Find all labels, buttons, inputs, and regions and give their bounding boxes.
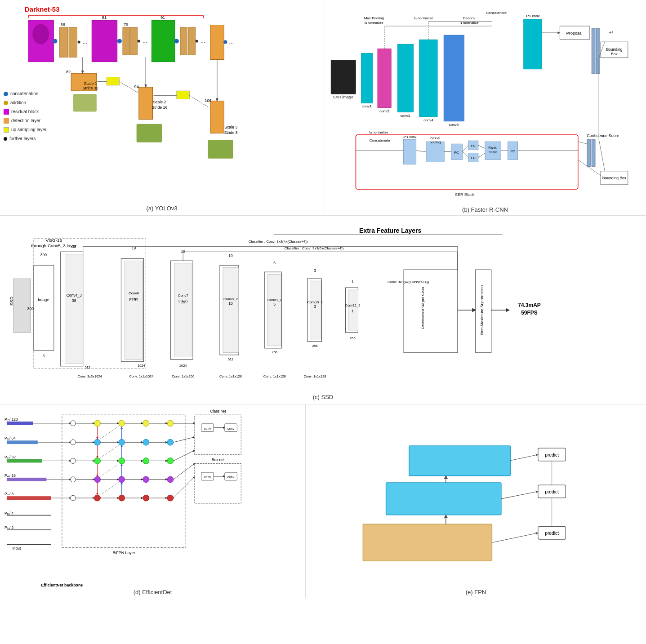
svg-text:Box: Box bbox=[611, 52, 618, 57]
svg-line-286 bbox=[174, 477, 195, 498]
svg-text:38: 38 bbox=[72, 244, 76, 249]
svg-rect-42 bbox=[208, 140, 233, 159]
svg-line-122 bbox=[578, 142, 587, 144]
svg-rect-92 bbox=[403, 139, 416, 164]
svg-rect-308 bbox=[409, 446, 511, 476]
svg-rect-65 bbox=[444, 35, 464, 121]
svg-text:106: 106 bbox=[205, 98, 211, 103]
svg-line-285 bbox=[174, 463, 195, 479]
svg-text:P₁ / 2: P₁ / 2 bbox=[4, 525, 14, 530]
svg-point-243 bbox=[143, 476, 149, 483]
svg-text:Deconv: Deconv bbox=[463, 16, 475, 20]
svg-text:Conv10_2: Conv10_2 bbox=[307, 300, 323, 304]
svg-rect-118 bbox=[587, 139, 591, 167]
svg-text:19: 19 bbox=[132, 246, 136, 250]
svg-point-3 bbox=[53, 39, 57, 43]
svg-text:Conv: 3x3x1024: Conv: 3x3x1024 bbox=[78, 374, 102, 378]
svg-text:Class net: Class net bbox=[210, 409, 227, 413]
svg-rect-94 bbox=[426, 142, 444, 162]
svg-text:Stride 8: Stride 8 bbox=[224, 130, 238, 135]
svg-text:pooling: pooling bbox=[430, 140, 441, 144]
svg-point-227 bbox=[71, 458, 76, 464]
svg-rect-177 bbox=[310, 281, 321, 339]
svg-text:1: 1 bbox=[352, 280, 354, 284]
svg-point-239 bbox=[119, 495, 125, 501]
yolo-diagram: 36 ... 61 79 ... 91 bbox=[0, 13, 324, 202]
svg-point-241 bbox=[143, 439, 149, 445]
svg-text:conv2: conv2 bbox=[379, 109, 389, 113]
svg-text:Confidence Score: Confidence Score bbox=[587, 133, 619, 138]
svg-rect-163 bbox=[223, 267, 239, 353]
svg-text:Classifier : Conv: 3x3(6x(Clas: Classifier : Conv: 3x3(6x(Classes+4)) bbox=[285, 246, 344, 250]
svg-rect-54 bbox=[331, 60, 356, 94]
svg-rect-132 bbox=[13, 279, 31, 333]
svg-point-233 bbox=[94, 476, 101, 483]
svg-rect-13 bbox=[123, 27, 129, 55]
svg-rect-11 bbox=[92, 20, 117, 62]
svg-text:300: 300 bbox=[27, 306, 34, 311]
svg-text:Bounding: Bounding bbox=[606, 47, 622, 52]
svg-rect-215 bbox=[7, 496, 51, 500]
svg-text:Conv: 1x1x128: Conv: 1x1x128 bbox=[219, 374, 242, 378]
fpn-diagram: predict predict predict bbox=[310, 409, 642, 593]
svg-text:Rank,: Rank, bbox=[488, 146, 497, 150]
svg-line-113 bbox=[478, 145, 485, 148]
svg-point-230 bbox=[94, 420, 101, 426]
svg-point-7 bbox=[78, 40, 80, 43]
svg-text:l₂ normalize: l₂ normalize bbox=[460, 21, 479, 25]
svg-rect-88 bbox=[356, 135, 578, 189]
svg-line-111 bbox=[463, 145, 468, 151]
svg-rect-32 bbox=[73, 94, 96, 111]
svg-text:conv3: conv3 bbox=[401, 114, 410, 118]
svg-text:Concatenate: Concatenate bbox=[370, 138, 390, 142]
svg-text:5: 5 bbox=[273, 261, 276, 265]
svg-line-278 bbox=[100, 426, 118, 439]
svg-text:36: 36 bbox=[61, 22, 65, 27]
ssd-label: (c) SSD bbox=[313, 394, 334, 400]
svg-text:Concatenate: Concatenate bbox=[486, 11, 507, 15]
svg-text:1*1 conv: 1*1 conv bbox=[526, 14, 539, 18]
svg-point-226 bbox=[71, 440, 76, 445]
svg-text:l₂ normalize: l₂ normalize bbox=[365, 21, 383, 25]
svg-point-235 bbox=[119, 420, 125, 426]
svg-text:...: ... bbox=[229, 39, 234, 45]
svg-text:3: 3 bbox=[314, 304, 316, 309]
svg-text:P₇ / 128: P₇ / 128 bbox=[4, 417, 18, 422]
svg-text:Extra Feature Layers: Extra Feature Layers bbox=[359, 227, 421, 234]
svg-rect-147 bbox=[125, 261, 143, 360]
svg-text:Stride 32: Stride 32 bbox=[83, 86, 98, 90]
svg-rect-134 bbox=[34, 265, 54, 351]
svg-rect-287 bbox=[195, 415, 241, 455]
svg-text:91: 91 bbox=[160, 15, 165, 20]
svg-text:Conv: 3x3(4x(Classes+4)): Conv: 3x3(4x(Classes+4)) bbox=[388, 280, 429, 284]
svg-rect-14 bbox=[130, 27, 137, 55]
panel-efficientdet: EfficientNet backbone P₇ / 128 P₆ / 64 P… bbox=[0, 404, 306, 598]
yolo-title: Darknet-53 bbox=[25, 5, 60, 13]
svg-rect-4 bbox=[60, 27, 68, 58]
svg-text:Conv11_2: Conv11_2 bbox=[345, 303, 360, 307]
svg-text:SER Block: SER Block bbox=[455, 192, 475, 197]
svg-text:Max Pooling: Max Pooling bbox=[364, 16, 384, 20]
svg-rect-209 bbox=[7, 440, 38, 444]
svg-line-279 bbox=[100, 445, 118, 458]
svg-text:conv: conv bbox=[204, 426, 211, 431]
svg-rect-61 bbox=[397, 44, 413, 112]
svg-text:38: 38 bbox=[72, 298, 76, 303]
svg-point-240 bbox=[143, 420, 149, 426]
svg-text:Box net: Box net bbox=[212, 457, 225, 462]
svg-text:Conv: 1x1x128: Conv: 1x1x128 bbox=[304, 374, 326, 378]
svg-rect-170 bbox=[268, 274, 281, 346]
svg-rect-307 bbox=[386, 483, 501, 515]
svg-rect-81 bbox=[592, 28, 595, 74]
svg-text:59FPS: 59FPS bbox=[521, 310, 538, 316]
svg-text:Scale: Scale bbox=[489, 150, 497, 154]
svg-rect-37 bbox=[137, 124, 162, 142]
svg-text:256: 256 bbox=[350, 336, 355, 340]
svg-point-247 bbox=[167, 458, 174, 464]
svg-text:61: 61 bbox=[102, 15, 107, 20]
svg-rect-73 bbox=[524, 19, 542, 69]
svg-text:predict: predict bbox=[545, 489, 559, 494]
svg-text:Conv7: Conv7 bbox=[178, 293, 189, 298]
svg-rect-5 bbox=[69, 27, 77, 58]
svg-rect-57 bbox=[361, 53, 373, 103]
